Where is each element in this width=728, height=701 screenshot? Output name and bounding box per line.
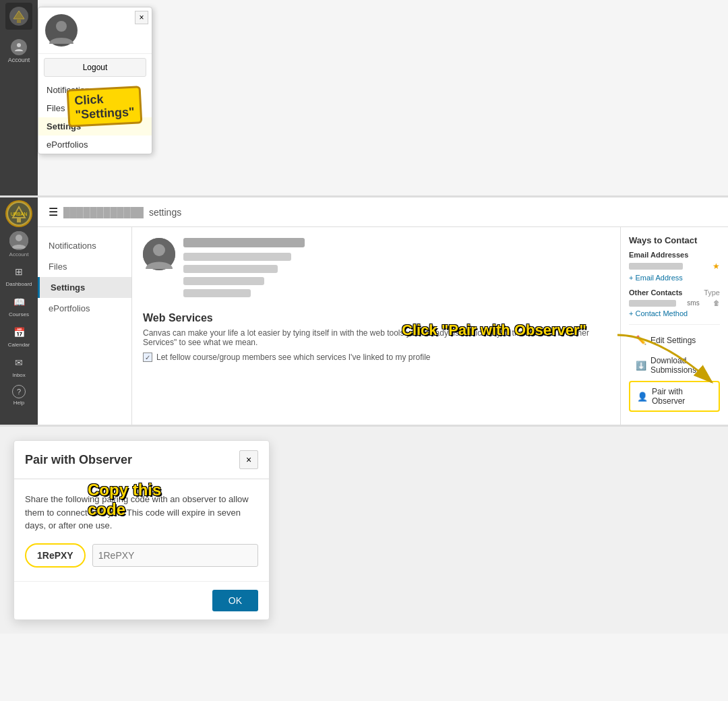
settings-main-content: Web Services Canvas can make your life a… xyxy=(132,227,620,425)
dropdown-eportfolios[interactable]: ePortfolios xyxy=(38,135,152,154)
profile-section xyxy=(143,238,609,301)
sidebar-courses-2[interactable]: 📖 Courses xyxy=(0,291,38,321)
web-services-desc: Canvas can make your life a lot easier b… xyxy=(143,328,609,347)
section1-dropdown-area: Account × Logout Notifications Files Set… xyxy=(0,0,728,195)
profile-info xyxy=(183,238,609,301)
sidebar-inbox-2[interactable]: ✉ Inbox xyxy=(0,351,38,382)
sidebar-1: Account xyxy=(0,0,38,195)
section2-settings-page: URBAN Account ⊞ Dashboard 📖 Courses 📅 Ca… xyxy=(0,195,728,425)
observer-icon: 👤 xyxy=(637,392,648,402)
sms-badge: sms xyxy=(687,299,699,307)
redacted-4 xyxy=(183,289,251,297)
other-contacts-header: Other Contacts Type xyxy=(629,288,720,297)
inbox-icon-2: ✉ xyxy=(11,355,27,371)
settings-nav-files[interactable]: Files xyxy=(38,256,131,277)
dialog-body: Share the following pairing code with an… xyxy=(14,479,269,581)
dropdown-header: × xyxy=(38,7,152,54)
logo-icon xyxy=(8,5,30,27)
email-row: ★ xyxy=(629,262,720,271)
download-submissions-button[interactable]: ⬇️ Download Submissions xyxy=(629,351,720,379)
trash-icon[interactable]: 🗑 xyxy=(713,299,720,307)
settings-nav-settings[interactable]: Settings xyxy=(38,277,131,298)
logo-1 xyxy=(5,3,32,30)
settings-nav-eportfolios[interactable]: ePortfolios xyxy=(38,298,131,319)
dashboard-icon-2: ⊞ xyxy=(11,264,27,280)
dialog-close-button[interactable]: × xyxy=(239,450,258,469)
add-contact-button[interactable]: + Contact Method xyxy=(629,309,720,317)
svg-point-2 xyxy=(17,43,21,47)
svg-point-4 xyxy=(56,21,67,32)
dropdown-close-button[interactable]: × xyxy=(135,11,148,24)
email-addresses-label: Email Addresses xyxy=(629,251,720,259)
dialog-title: Pair with Observer xyxy=(25,453,132,467)
account-dropdown: × Logout Notifications Files Settings eP… xyxy=(38,7,152,154)
settings-content: ☰ ████████████ settings Notifications Fi… xyxy=(38,197,728,425)
account-icon-1 xyxy=(11,39,27,55)
pair-observer-dialog: Pair with Observer × Share the following… xyxy=(13,440,270,620)
contact-row: sms 🗑 xyxy=(629,299,720,307)
dropdown-avatar xyxy=(45,14,78,47)
dropdown-settings[interactable]: Settings xyxy=(38,117,152,135)
pairing-code-input[interactable] xyxy=(92,544,258,567)
settings-breadcrumb: ████████████ settings xyxy=(63,207,181,218)
wtc-title: Ways to Contact xyxy=(629,235,720,245)
download-submissions-label: Download Submissions xyxy=(650,356,713,375)
svg-point-9 xyxy=(16,235,22,241)
breadcrumb-settings: settings xyxy=(149,207,181,218)
pairing-code-display: 1RePXY xyxy=(25,543,86,568)
inbox-label-2: Inbox xyxy=(12,372,26,378)
settings-sidebar-nav: Notifications Files Settings ePortfolios xyxy=(38,227,132,425)
sidebar-dashboard-2[interactable]: ⊞ Dashboard xyxy=(0,260,38,291)
pair-with-observer-button[interactable]: 👤 Pair with Observer xyxy=(629,381,720,412)
dialog-header: Pair with Observer × xyxy=(14,441,269,479)
profile-name-redacted xyxy=(183,238,305,247)
settings-header: ☰ ████████████ settings xyxy=(38,197,728,227)
hamburger-icon[interactable]: ☰ xyxy=(49,206,58,218)
pairing-code-row: 1RePXY xyxy=(25,543,258,568)
sidebar-help-2[interactable]: ? Help xyxy=(0,382,38,409)
svg-rect-1 xyxy=(17,19,21,23)
dashboard-label-2: Dashboard xyxy=(5,281,32,287)
dropdown-files[interactable]: Files xyxy=(38,99,152,117)
web-services-section: Web Services Canvas can make your life a… xyxy=(143,312,609,362)
account-label-2: Account xyxy=(9,251,29,257)
profile-avatar xyxy=(143,238,175,270)
sidebar-account-2[interactable]: Account xyxy=(9,228,29,260)
settings-nav-notifications[interactable]: Notifications xyxy=(38,235,131,256)
help-label-2: Help xyxy=(13,400,24,406)
edit-settings-button[interactable]: ✏️ Edit Settings xyxy=(629,330,720,350)
help-icon-2: ? xyxy=(12,385,26,398)
sidebar-item-account-1[interactable]: Account xyxy=(0,35,38,67)
email-redacted xyxy=(629,263,683,270)
svg-rect-6 xyxy=(17,218,21,222)
services-checkbox-label: Let fellow course/group members see whic… xyxy=(156,353,430,362)
sidebar-2: URBAN Account ⊞ Dashboard 📖 Courses 📅 Ca… xyxy=(0,197,38,425)
ok-button[interactable]: OK xyxy=(212,590,258,611)
services-checkbox-row: ✓ Let fellow course/group members see wh… xyxy=(143,353,609,362)
sidebar-calendar-2[interactable]: 📅 Calendar xyxy=(0,321,38,351)
redacted-2 xyxy=(183,265,278,273)
calendar-icon-2: 📅 xyxy=(11,324,27,340)
redacted-1 xyxy=(183,253,291,261)
divider xyxy=(629,324,720,325)
logout-button[interactable]: Logout xyxy=(44,58,146,77)
pair-observer-label: Pair with Observer xyxy=(652,387,712,406)
svg-text:URBAN: URBAN xyxy=(11,212,28,216)
breadcrumb-username: ████████████ xyxy=(63,207,144,218)
account-label-1: Account xyxy=(8,57,30,63)
dialog-description: Share the following pairing code with an… xyxy=(25,493,258,532)
star-icon: ★ xyxy=(712,262,720,271)
ways-to-contact-panel: Ways to Contact Email Addresses ★ + Emai… xyxy=(620,227,728,425)
contact-redacted xyxy=(629,300,676,307)
type-label: Type xyxy=(704,288,720,297)
download-icon: ⬇️ xyxy=(636,361,646,371)
section3-dialog-area: Pair with Observer × Share the following… xyxy=(0,425,728,634)
dropdown-notifications[interactable]: Notifications xyxy=(38,81,152,99)
courses-icon-2: 📖 xyxy=(11,294,27,310)
services-checkbox[interactable]: ✓ xyxy=(143,353,152,362)
svg-point-11 xyxy=(153,244,165,256)
add-email-button[interactable]: + Email Address xyxy=(629,274,720,282)
other-contacts-label: Other Contacts xyxy=(629,288,682,297)
dialog-footer: OK xyxy=(14,581,269,619)
web-services-title: Web Services xyxy=(143,312,609,324)
